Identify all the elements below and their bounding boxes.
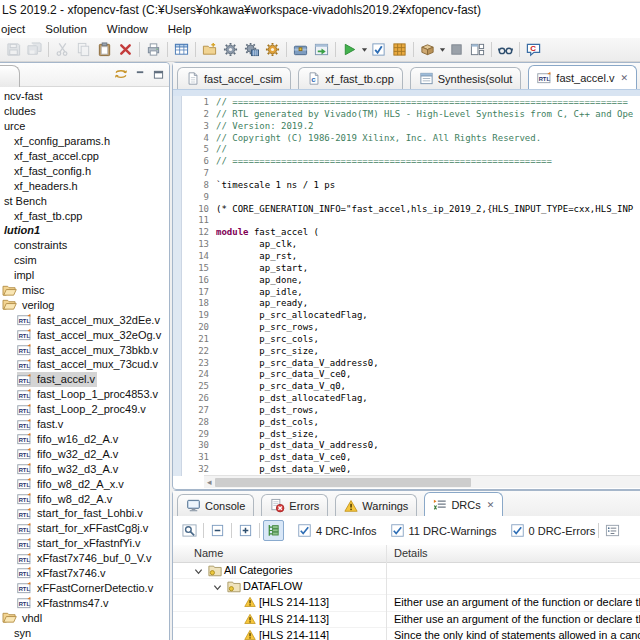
tree-item-fast-accel-mux-32eog-v[interactable]: RTLfast_accel_mux_32eOg.v (0, 327, 167, 342)
tree-item-start-for-xffastnfyi-v[interactable]: RTLstart_for_xFfastnfYi.v (0, 536, 167, 551)
column-header-details[interactable]: Details (394, 547, 428, 559)
code-line-17[interactable]: 17 ap_idle, (182, 287, 640, 299)
tree-item-ncv-fast[interactable]: ncv-fast (0, 89, 167, 104)
toolbar-save-button[interactable] (3, 40, 24, 60)
tree-item-fast-accel-mux-73cud-v[interactable]: RTLfast_accel_mux_73cud.v (0, 357, 167, 372)
tree-item-constraints[interactable]: constraints (0, 238, 167, 253)
toolbar-open-solution-button[interactable] (290, 40, 311, 60)
filter-4-drc-infos[interactable]: 4 DRC-Infos (298, 524, 377, 537)
tree-item-fifo-w8-d2-a-v[interactable]: RTLfifo_w8_d2_A.v (0, 491, 167, 506)
toolbar-export-shell-button[interactable] (311, 40, 332, 60)
toolbar-compare-reports-button[interactable] (467, 40, 488, 60)
code-line-29[interactable]: 29 p_dst_size, (182, 429, 640, 441)
code-line-2[interactable]: 2// RTL generated by Vivado(TM) HLS - Hi… (182, 109, 640, 121)
tree-item-cludes[interactable]: cludes (0, 104, 167, 119)
toolbar-c-check-button[interactable] (368, 40, 389, 60)
code-line-23[interactable]: 23 p_src_data_V_address0, (182, 358, 640, 370)
editor-tab-fast-accel-v[interactable]: RTLfast_accel.v✕ (528, 65, 637, 89)
tree-item-xffast7x746-v[interactable]: RTLxFfast7x746.v (0, 566, 167, 581)
editor-tab-synthesis-solut[interactable]: Synthesis(solut (410, 67, 522, 89)
tab-close-icon[interactable]: ✕ (487, 500, 495, 510)
hscroll-thumb[interactable] (215, 478, 471, 487)
menu-window[interactable]: Window (97, 20, 158, 38)
toolbar-print-button[interactable] (143, 40, 164, 60)
code-line-7[interactable]: 7 (182, 168, 640, 180)
menu-solution[interactable]: Solution (35, 20, 97, 38)
tree-item-verilog[interactable]: verilog (0, 297, 167, 312)
code-line-22[interactable]: 22 p_src_size, (182, 346, 640, 358)
tree-item-fifo-w32-d2-a-v[interactable]: RTLfifo_w32_d2_A.v (0, 446, 167, 461)
console-tab-drcs[interactable]: DRCs✕ (424, 492, 503, 516)
toolbar-analysis-perspective-button[interactable] (495, 40, 516, 60)
explorer-tab[interactable] (0, 65, 20, 87)
toolbar-run-c-simulation-button[interactable] (339, 40, 360, 60)
tree-item-xf-fast-accel-cpp[interactable]: xf_fast_accel.cpp (0, 149, 167, 164)
code-line-11[interactable]: 11 (182, 215, 640, 227)
tree-item-xf-headers-h[interactable]: xf_headers.h (0, 178, 167, 193)
code-line-24[interactable]: 24 p_src_data_V_ce0, (182, 369, 640, 381)
code-line-9[interactable]: 9 (182, 192, 640, 204)
tree-item-start-for-xffastcg8j-v[interactable]: RTLstart_for_xFFastCg8j.v (0, 521, 167, 536)
toolbar-save-all-button[interactable] (24, 40, 45, 60)
menu-oject[interactable]: oject (0, 20, 35, 38)
expander-chevron-icon[interactable] (213, 582, 222, 594)
toolbar-index-c-source-button[interactable] (241, 40, 262, 60)
expand-all-button[interactable] (235, 520, 256, 541)
minimize-view-button[interactable] (135, 69, 146, 80)
hscroll-left-arrow[interactable]: ◂ (204, 477, 215, 487)
code-line-21[interactable]: 21 p_src_cols, (182, 334, 640, 346)
code-line-10[interactable]: 10(* CORE_GENERATION_INFO="fast_accel,hl… (182, 204, 640, 216)
tree-item-fast-accel-v[interactable]: RTLfast_accel.v (0, 372, 167, 387)
console-tab-errors[interactable]: Errors (261, 494, 328, 516)
code-line-6[interactable]: 6// ====================================… (182, 156, 640, 168)
menu-help[interactable]: Help (158, 20, 202, 38)
collapse-all-button[interactable] (207, 520, 228, 541)
view-menu-button[interactable] (602, 520, 623, 541)
tree-item-xffastcornerdetectio-v[interactable]: RTLxFFastCornerDetectio.v (0, 580, 167, 595)
tree-item-fifo-w16-d2-a-v[interactable]: RTLfifo_w16_d2_A.v (0, 431, 167, 446)
toolbar-export-rtl-button[interactable] (417, 40, 438, 60)
tree-item-fast-accel-mux-73bkb-v[interactable]: RTLfast_accel_mux_73bkb.v (0, 342, 167, 357)
code-line-3[interactable]: 3// Version: 2019.2 (182, 121, 640, 133)
run-c-simulation-dropdown[interactable] (360, 42, 368, 57)
editor-hscrollbar[interactable]: ◂ (204, 475, 640, 488)
toolbar-open-report-button[interactable] (171, 40, 192, 60)
tree-item-vhdl[interactable]: vhdl (0, 610, 167, 625)
code-line-13[interactable]: 13 ap_clk, (182, 239, 640, 251)
drc-row-hls-214-113[interactable]: [HLS 214-113]Either use an argument of t… (173, 612, 640, 628)
code-line-16[interactable]: 16 ap_done, (182, 275, 640, 287)
tree-item-fifo-w32-d3-a-v[interactable]: RTLfifo_w32_d3_A.v (0, 461, 167, 476)
link-with-editor-button[interactable] (114, 67, 128, 81)
drc-row-dataflow[interactable]: DATAFLOW (173, 579, 640, 595)
tree-item-xf-fast-tb-cpp[interactable]: xf_fast_tb.cpp (0, 208, 167, 223)
toolbar-copy-button[interactable] (73, 40, 94, 60)
filter-0-drc-errors[interactable]: 0 DRC-Errors (511, 524, 596, 537)
tree-item-xf-fast-config-h[interactable]: xf_fast_config.h (0, 163, 167, 178)
code-line-30[interactable]: 30 p_dst_data_V_address0, (182, 440, 640, 452)
code-line-19[interactable]: 19 p_src_allocatedFlag, (182, 310, 640, 322)
drc-row-hls-214-113[interactable]: [HLS 214-113]Either use an argument of t… (173, 595, 640, 611)
checkbox-checked-icon[interactable] (511, 524, 524, 537)
code-editor[interactable]: 1// ====================================… (173, 96, 640, 476)
checkbox-checked-icon[interactable] (298, 524, 311, 537)
code-line-26[interactable]: 26 p_dst_allocatedFlag, (182, 393, 640, 405)
code-line-1[interactable]: 1// ====================================… (182, 97, 640, 109)
toolbar-new-folder-button[interactable] (199, 40, 220, 60)
code-line-27[interactable]: 27 p_dst_rows, (182, 405, 640, 417)
tree-item-syn[interactable]: syn (0, 625, 167, 640)
toolbar-stop-button[interactable] (446, 40, 467, 60)
tree-item-fast-v[interactable]: RTLfast.v (0, 417, 167, 432)
toolbar-run-c-synthesis-button[interactable] (389, 40, 410, 60)
tree-item-xffastnms47-v[interactable]: RTLxFfastnms47.v (0, 595, 167, 610)
column-divider[interactable] (386, 545, 387, 640)
code-line-14[interactable]: 14 ap_rst, (182, 251, 640, 263)
tab-close-icon[interactable]: ✕ (620, 73, 628, 83)
maximize-view-button[interactable] (153, 69, 164, 80)
tree-item-fifo-w8-d2-a-x-v[interactable]: RTLfifo_w8_d2_A_x.v (0, 476, 167, 491)
toolbar-project-settings-button[interactable] (220, 40, 241, 60)
editor-tab-fast-accel-csim[interactable]: fast_accel_csim (177, 67, 291, 89)
tree-item-misc[interactable]: misc (0, 283, 167, 298)
code-line-25[interactable]: 25 p_src_data_V_q0, (182, 381, 640, 393)
tree-item-xffast7x746-buf-0-v-v[interactable]: RTLxFfast7x746_buf_0_V.v (0, 551, 167, 566)
filter-11-drc-warnings[interactable]: 11 DRC-Warnings (391, 524, 497, 537)
